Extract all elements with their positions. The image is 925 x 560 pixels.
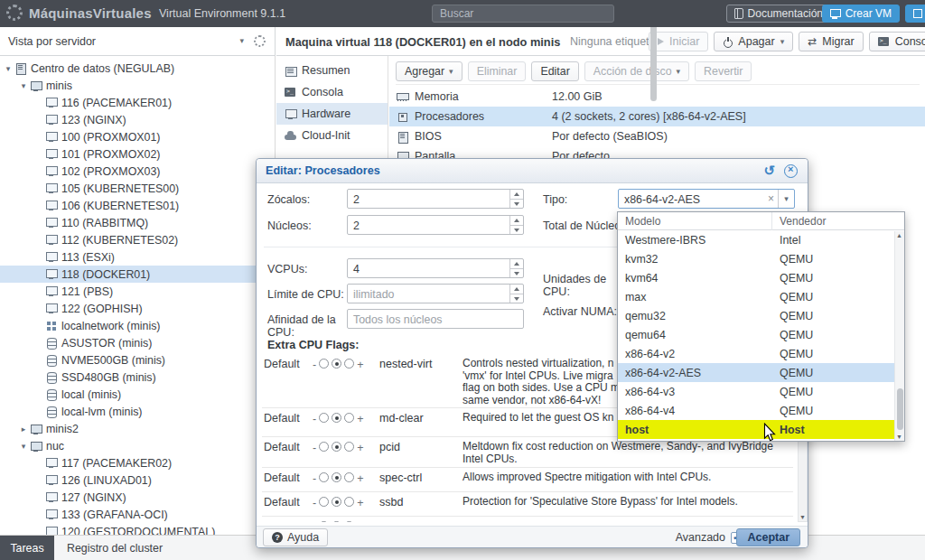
tree-item[interactable]: 116 (PACEMAKER01) xyxy=(0,94,275,111)
combo-dropdown-button[interactable]: ▾ xyxy=(778,190,794,208)
flag-radio-group[interactable]: -+ xyxy=(313,520,379,522)
cpu-model-option[interactable]: hostHost xyxy=(618,420,895,439)
create-vm-button[interactable]: Crear VM xyxy=(822,5,900,23)
undo-icon[interactable]: ↺ xyxy=(763,163,775,179)
cpu-model-option[interactable]: x86-64-v4QEMU xyxy=(618,401,895,420)
tree-item[interactable]: NVME500GB (minis) xyxy=(0,351,275,369)
dropdown-scrollbar-thumb[interactable] xyxy=(897,388,903,430)
sockets-input[interactable]: 2 xyxy=(347,189,524,209)
tree-item[interactable]: 112 (KUBERNETES02) xyxy=(0,231,275,248)
cpu-model-option[interactable]: kvm64QEMU xyxy=(618,268,895,287)
toolbar-button[interactable]: Revertir xyxy=(695,61,752,81)
start-button[interactable]: Iniciar xyxy=(649,32,708,51)
tree-item[interactable]: 127 (NGINX) xyxy=(0,489,275,506)
flag-radio-group[interactable]: -+ xyxy=(313,471,379,491)
hardware-row[interactable]: Memoria12.00 GiB xyxy=(389,87,925,107)
radio-off-button[interactable] xyxy=(319,497,329,507)
toolbar-button[interactable]: Acción de disco▾ xyxy=(584,61,689,81)
documentation-button[interactable]: Documentación xyxy=(726,5,831,23)
tree-item[interactable]: ▸minis2 xyxy=(0,420,275,437)
scroll-down-icon[interactable]: ▼ xyxy=(895,434,903,440)
tree-item[interactable]: local (minis) xyxy=(0,386,275,403)
radio-default-button[interactable] xyxy=(332,497,341,507)
shutdown-button[interactable]: Apagar ▾ xyxy=(714,32,793,51)
spinner-buttons[interactable] xyxy=(509,285,523,303)
cpu-model-option[interactable]: x86-64-v3QEMU xyxy=(618,382,895,401)
tasks-tab[interactable]: Tareas xyxy=(0,536,54,560)
cpu-model-option[interactable]: Westmere-IBRSIntel xyxy=(618,230,895,249)
cpu-affinity-input[interactable]: Todos los núcleos xyxy=(347,309,524,329)
cpu-model-option[interactable]: qemu64QEMU xyxy=(618,325,895,344)
cpu-model-option[interactable]: x86-64-v2QEMU xyxy=(618,344,895,363)
flag-radio-group[interactable]: -+ xyxy=(313,412,379,436)
console-button[interactable]: Consola ▾ xyxy=(869,32,925,51)
vm-menu-item-resumen[interactable]: Resumen xyxy=(276,60,388,81)
radio-default-button[interactable] xyxy=(332,442,341,452)
spinner-buttons[interactable] xyxy=(509,190,523,208)
modal-header[interactable]: Editar: Procesadores ↺ xyxy=(257,159,808,183)
scroll-up-icon[interactable]: ▲ xyxy=(895,232,903,238)
tree-item[interactable]: ASUSTOR (minis) xyxy=(0,334,275,351)
search-input[interactable] xyxy=(432,5,614,23)
tree-item[interactable]: 101 (PROXMOX02) xyxy=(0,145,275,163)
tree-item[interactable]: SSD480GB (minis) xyxy=(0,369,275,386)
tree-item[interactable]: 105 (KUBERNETES00) xyxy=(0,180,275,197)
radio-on-button[interactable] xyxy=(344,359,354,369)
tree-item[interactable]: 126 (LINUXAD01) xyxy=(0,471,275,489)
cpu-limit-input[interactable]: ilimitado xyxy=(347,284,524,303)
radio-off-button[interactable] xyxy=(319,359,329,369)
radio-default-button[interactable] xyxy=(332,472,341,482)
tree-expander-icon[interactable]: ▾ xyxy=(17,442,30,451)
tree-item[interactable]: 121 (PBS) xyxy=(0,283,275,300)
cpu-type-combo[interactable]: x86-64-v2-AES × ▾ xyxy=(618,189,795,209)
hardware-row[interactable]: BIOSPor defecto (SeaBIOS) xyxy=(389,126,925,146)
tree-item[interactable]: localnetwork (minis) xyxy=(0,317,275,334)
advanced-toggle[interactable]: Avanzado xyxy=(676,531,743,544)
tree-item[interactable]: 117 (PACEMAKER02) xyxy=(0,454,275,471)
tree-item[interactable]: 113 (ESXi) xyxy=(0,248,275,266)
tree-view-selector[interactable]: Vista por servidor ▾ xyxy=(0,27,276,56)
flag-radio-group[interactable]: -+ xyxy=(313,441,379,467)
vm-menu-item-cloud-init[interactable]: Cloud-Init xyxy=(276,125,388,146)
cpu-model-option[interactable]: maxQEMU xyxy=(618,287,895,306)
dropdown-scrollbar[interactable]: ▲ ▼ xyxy=(894,231,904,441)
radio-on-button[interactable] xyxy=(344,413,354,423)
help-button[interactable]: Ayuda xyxy=(263,528,328,546)
vm-menu-item-hardware[interactable]: Hardware xyxy=(276,103,388,125)
radio-default-button[interactable] xyxy=(332,359,341,369)
spinner-buttons[interactable] xyxy=(509,259,523,277)
hardware-row[interactable]: Procesadores4 (2 sockets, 2 cores) [x86-… xyxy=(389,107,925,126)
cores-input[interactable]: 2 xyxy=(347,215,524,235)
radio-off-button[interactable] xyxy=(319,442,329,452)
spinner-buttons[interactable] xyxy=(509,216,523,234)
radio-default-button[interactable] xyxy=(332,413,341,423)
tree-item[interactable]: ▾nuc xyxy=(0,437,275,454)
vcpus-input[interactable]: 4 xyxy=(347,258,524,278)
tree-item[interactable]: local-lvm (minis) xyxy=(0,403,275,420)
gear-icon[interactable] xyxy=(254,35,266,47)
close-icon[interactable] xyxy=(784,164,798,178)
create-ct-button[interactable] xyxy=(905,5,925,23)
toolbar-button[interactable]: Editar xyxy=(531,61,578,81)
radio-default-button[interactable] xyxy=(332,521,341,522)
radio-on-button[interactable] xyxy=(344,442,354,452)
tree-item[interactable]: ▾Centro de datos (NEGULAB) xyxy=(0,60,275,77)
tree-item[interactable]: 133 (GRAFANA-OCI) xyxy=(0,506,275,523)
radio-off-button[interactable] xyxy=(319,521,329,522)
radio-off-button[interactable] xyxy=(319,472,329,482)
tree-item[interactable]: 102 (PROXMOX03) xyxy=(0,163,275,180)
flag-radio-group[interactable]: -+ xyxy=(313,496,379,516)
accept-button[interactable]: Aceptar xyxy=(736,528,800,546)
radio-on-button[interactable] xyxy=(344,497,354,507)
tree-item[interactable]: 106 (KUBERNETES01) xyxy=(0,197,275,214)
tree-expander-icon[interactable]: ▾ xyxy=(2,64,14,73)
clear-icon[interactable]: × xyxy=(768,192,774,205)
tree-expander-icon[interactable]: ▾ xyxy=(17,81,30,90)
tree-item[interactable]: 122 (GOPHISH) xyxy=(0,300,275,317)
tree-item[interactable]: 100 (PROXMOX01) xyxy=(0,128,275,145)
toolbar-button[interactable]: Agregar▾ xyxy=(396,61,462,81)
vm-menu-item-consola[interactable]: Consola xyxy=(276,81,388,103)
radio-on-button[interactable] xyxy=(344,521,354,522)
cpu-model-option[interactable]: x86-64-v2-AESQEMU xyxy=(618,363,895,382)
tree-expander-icon[interactable]: ▸ xyxy=(17,425,30,434)
